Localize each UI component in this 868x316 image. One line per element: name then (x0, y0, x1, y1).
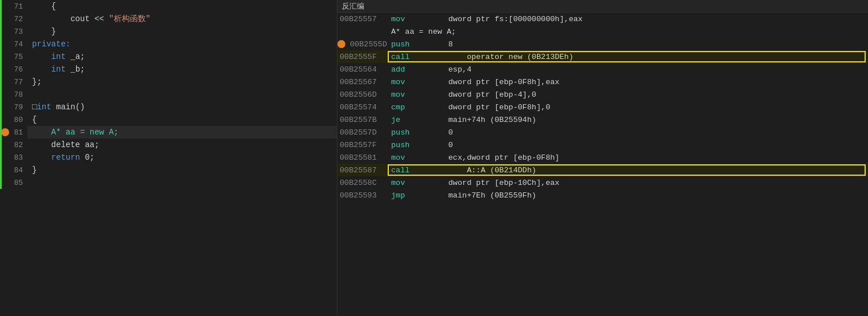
disasm-addr: 00B25574 (340, 103, 391, 112)
disasm-mnemonic: call (391, 166, 448, 175)
disasm-operands: dword ptr [ebp-0F8h],0 (448, 103, 866, 112)
disasm-row-00B25567: 00B25567 mov dword ptr [ebp-0F8h],eax (337, 76, 868, 88)
disasm-operands: main+74h (0B25594h) (448, 116, 866, 124)
line-number-85: 85 (0, 176, 27, 189)
disasm-mnemonic: push (391, 141, 448, 149)
disasm-mnemonic: push (391, 40, 448, 49)
source-code-pane[interactable]: 71 { 72 cout << "析构函数" 73 } 74 privat (0, 0, 337, 316)
disasm-mnemonic: call (391, 53, 448, 61)
disasm-orange-dot-icon (337, 40, 345, 48)
disasm-operands: main+7Eh (0B2559Fh) (448, 191, 866, 200)
disasm-row-00B25593: 00B25593 jmp main+7Eh (0B2559Fh) (337, 189, 868, 202)
code-line-77: 77 }; (0, 76, 337, 88)
line-number-80: 80 (0, 113, 27, 126)
disasm-row-00B2557F: 00B2557F push 0 (337, 139, 868, 151)
code-line-72: 72 cout << "析构函数" (0, 13, 337, 25)
disasm-comment-text: A* aa = new A; (391, 27, 456, 36)
disasm-comment-new-a: A* aa = new A; (337, 25, 868, 38)
disasm-mnemonic: add (391, 65, 448, 74)
line-number-72: 72 (0, 13, 27, 25)
line-number-81: 81 (0, 126, 27, 139)
orange-indicator-icon (1, 128, 9, 136)
line-content-72: cout << "析构函数" (27, 13, 337, 25)
disasm-row-00B25574: 00B25574 cmp dword ptr [ebp-0F8h],0 (337, 101, 868, 113)
disasm-row-00B25557: 00B25557 mov dword ptr fs:[000000000h],e… (337, 13, 868, 25)
disasm-title: 反汇编 (342, 1, 364, 11)
disasm-addr: 00B2555F (340, 53, 391, 61)
disasm-mnemonic: jmp (391, 191, 448, 200)
line-content-84: } (27, 164, 337, 176)
code-line-84: 84 } (0, 164, 337, 176)
disasm-row-00B2555D: 00B2555D push 8 (337, 38, 868, 50)
line-content-79: □int main() (27, 101, 337, 113)
line-number-82: 82 (0, 139, 27, 151)
disasm-mnemonic: mov (391, 90, 448, 99)
line-content-77: }; (27, 76, 337, 88)
disasm-operands: esp,4 (448, 65, 866, 74)
disasm-addr: 00B25564 (340, 65, 391, 74)
code-line-83: 83 return 0; (0, 151, 337, 164)
line-number-71: 71 (0, 0, 27, 13)
code-line-79: 79 □int main() (0, 101, 337, 113)
line-content-78 (27, 88, 337, 101)
disasm-row-00B2558C: 00B2558C mov dword ptr [ebp-10Ch],eax (337, 176, 868, 189)
disasm-mnemonic: cmp (391, 103, 448, 112)
disasm-row-00B2557B: 00B2557B je main+74h (0B25594h) (337, 113, 868, 126)
disasm-addr: 00B2557B (340, 116, 391, 124)
disasm-addr: 00B2556D (340, 90, 391, 99)
disasm-row-00B2557D: 00B2557D push 0 (337, 126, 868, 139)
disasm-addr: 00B2558C (340, 179, 391, 187)
code-line-74: 74 private: (0, 38, 337, 50)
disasm-addr: 00B2555D (340, 40, 391, 49)
disasm-operands: dword ptr [ebp-0F8h],eax (448, 78, 866, 86)
line-number-77: 77 (0, 76, 27, 88)
disasm-operands: 0 (448, 141, 866, 149)
disasm-row-00B25587: 00B25587 call A::A (0B214DDh) (337, 164, 868, 176)
disasm-operands: 0 (448, 128, 866, 137)
line-content-73: } (27, 25, 337, 38)
disasm-mnemonic: mov (391, 179, 448, 187)
line-content-71: { (27, 0, 337, 13)
disasm-operands: dword ptr [ebp-4],0 (448, 90, 866, 99)
disasm-operands: ecx,dword ptr [ebp-0F8h] (448, 153, 866, 162)
disasm-addr: 00B25593 (340, 191, 391, 200)
code-line-71: 71 { (0, 0, 337, 13)
code-line-85: 85 (0, 176, 337, 189)
line-number-83: 83 (0, 151, 27, 164)
line-number-73: 73 (0, 25, 27, 38)
disasm-table: 00B25557 mov dword ptr fs:[000000000h],e… (337, 13, 868, 316)
code-line-76: 76 int _b; (0, 63, 337, 76)
line-content-80: { (27, 113, 337, 126)
line-content-75: int _a; (27, 50, 337, 63)
disasm-mnemonic: mov (391, 15, 448, 23)
disasm-addr: 00B2557D (340, 128, 391, 137)
line-number-84: 84 (0, 164, 27, 176)
line-number-78: 78 (0, 88, 27, 101)
disasm-operands: dword ptr [ebp-10Ch],eax (448, 179, 866, 187)
line-number-76: 76 (0, 63, 27, 76)
line-number-74: 74 (0, 38, 27, 50)
disasm-addr: 00B2557F (340, 141, 391, 149)
disasm-addr: 00B25557 (340, 15, 391, 23)
disasm-mnemonic: push (391, 128, 448, 137)
line-content-85 (27, 176, 337, 189)
disassembly-pane[interactable]: 反汇编 00B25557 mov dword ptr fs:[000000000… (337, 0, 868, 316)
disasm-addr: 00B25587 (340, 166, 391, 175)
disasm-operands: dword ptr fs:[000000000h],eax (448, 15, 866, 23)
code-line-81: 81 A* aa = new A; (0, 126, 337, 139)
disasm-operands: operator new (0B213DEh) (448, 53, 866, 61)
code-area: 71 { 72 cout << "析构函数" 73 } 74 privat (0, 0, 337, 316)
line-content-76: int _b; (27, 63, 337, 76)
disasm-operands: A::A (0B214DDh) (448, 166, 866, 175)
line-content-83: return 0; (27, 151, 337, 164)
code-line-82: 82 delete aa; (0, 139, 337, 151)
disasm-operands: 8 (448, 40, 866, 49)
code-line-73: 73 } (0, 25, 337, 38)
disasm-row-00B2555F: 00B2555F call operator new (0B213DEh) (337, 50, 868, 63)
code-line-75: 75 int _a; (0, 50, 337, 63)
disasm-mnemonic: mov (391, 78, 448, 86)
line-content-74: private: (27, 38, 337, 50)
disasm-row-00B25564: 00B25564 add esp,4 (337, 63, 868, 76)
disasm-header: 反汇编 (337, 0, 868, 13)
disasm-row-00B2556D: 00B2556D mov dword ptr [ebp-4],0 (337, 88, 868, 101)
